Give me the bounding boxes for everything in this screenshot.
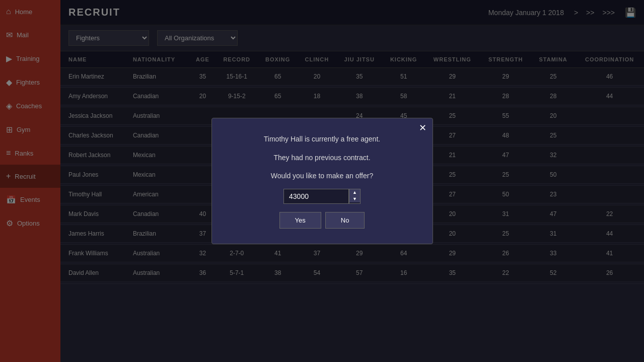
modal-input-row: ▲ ▼ (232, 189, 412, 204)
offer-yes-button[interactable]: Yes (279, 212, 321, 229)
offer-modal: ✕ Timothy Hall is currently a free agent… (211, 118, 433, 244)
modal-line3: Would you like to make an offer? (232, 170, 412, 181)
offer-spinner: ▲ ▼ (349, 189, 361, 204)
modal-line2: They had no previous contract. (232, 152, 412, 163)
spinner-down-button[interactable]: ▼ (349, 196, 360, 202)
modal-buttons: Yes No (232, 212, 412, 229)
offer-no-button[interactable]: No (325, 212, 365, 229)
modal-close-button[interactable]: ✕ (419, 122, 426, 133)
modal-overlay: ✕ Timothy Hall is currently a free agent… (0, 0, 644, 362)
spinner-up-button[interactable]: ▲ (349, 189, 360, 196)
offer-amount-input[interactable] (283, 189, 349, 204)
modal-line1: Timothy Hall is currently a free agent. (232, 133, 412, 144)
